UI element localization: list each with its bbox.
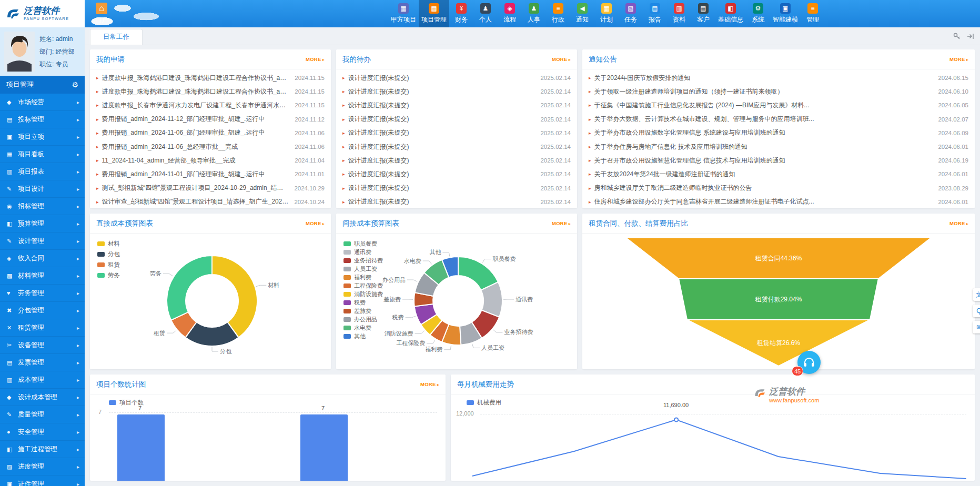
sidebar-item-15[interactable]: ▤发票管理▸ <box>0 354 85 371</box>
top-nav-item-client-project[interactable]: ▦甲方项目 <box>388 0 419 27</box>
request-row[interactable]: ▸费用报销_admin_2024-11-01_部门经理审批_胡建_.运行中202… <box>96 167 325 181</box>
top-nav-item-hr[interactable]: ♟人事 <box>522 0 546 27</box>
legend-item[interactable]: 劳务 <box>97 271 120 279</box>
qq-icon[interactable]: Q <box>973 305 980 317</box>
tab-daily-work[interactable]: 日常工作 <box>90 29 143 45</box>
more-link[interactable]: MORE <box>306 56 325 62</box>
notice-row[interactable]: ▸关于召开市政公用设施智慧化管理信息 信息技术与应用培训班的通知2024.06.… <box>589 154 968 167</box>
more-link[interactable]: MORE <box>306 220 325 226</box>
legend-item[interactable]: 业务招待费 <box>343 257 383 265</box>
todo-row[interactable]: ▸设计进度汇报(未提交)2025.02.14 <box>342 167 571 181</box>
gear-icon[interactable]: ⚙ <box>72 80 78 89</box>
sidebar-item-0[interactable]: ◆市场经营▸ <box>0 94 85 111</box>
sidebar-item-14[interactable]: ✂设备管理▸ <box>0 337 85 354</box>
legend-item[interactable]: 材料 <box>97 240 120 248</box>
legend-item[interactable]: 税费 <box>343 299 383 307</box>
todo-row[interactable]: ▸设计进度汇报(未提交)2025.02.14 <box>342 98 571 112</box>
data-point[interactable] <box>674 418 678 422</box>
sidebar-item-10[interactable]: ▩材料管理▸ <box>0 267 85 285</box>
notice-row[interactable]: ▸关于举办大数据、云计算技术在城市建设、规划、管理与服务中的应用培训班...20… <box>589 113 968 126</box>
top-nav-item-system[interactable]: ⚙系统 <box>746 0 770 27</box>
notice-row[interactable]: ▸房和城乡建设厅关于取消二级建造师临时执业证书的公告2023.08.29 <box>589 181 968 195</box>
more-link[interactable]: MORE <box>552 56 571 62</box>
legend-item[interactable]: 其他 <box>343 332 383 340</box>
todo-row[interactable]: ▸设计进度汇报(未提交)2025.02.14 <box>342 195 571 208</box>
todo-row[interactable]: ▸设计进度汇报(未提交)2025.02.14 <box>342 71 571 85</box>
trend-line[interactable] <box>472 420 966 479</box>
sidebar-item-19[interactable]: ●安全管理▸ <box>0 423 85 441</box>
translate-icon[interactable]: 文 <box>973 288 980 301</box>
sidebar-item-11[interactable]: ♥劳务管理▸ <box>0 285 85 302</box>
notice-row[interactable]: ▸关于领取一级注册建造师培训项目的通知（须持一建证书前来领取）2024.06.1… <box>589 85 968 98</box>
request-row[interactable]: ▸设计审查_彭祖新城“四馆”景观工程设计项目_请选择_胡广生_2024-10-2… <box>96 195 325 208</box>
legend-item[interactable]: 消防设施费 <box>343 290 383 298</box>
top-nav-item-flow[interactable]: ◈流程 <box>498 0 522 27</box>
app-logo[interactable]: 泛普软件 FANPU SOFTWARE <box>0 0 85 27</box>
notice-row[interactable]: ▸住房和城乡建设部办公厅关于同意吉林省开展二级建造师注册证书电子化试点...20… <box>589 195 968 208</box>
sidebar-item-7[interactable]: ◧预算管理▸ <box>0 215 85 232</box>
sidebar-item-21[interactable]: ▨进度管理▸ <box>0 458 85 475</box>
donut-segment[interactable] <box>212 256 257 338</box>
legend-item[interactable]: 人员工资 <box>343 265 383 273</box>
notice-row[interactable]: ▸关于2024年国庆节放假安排的通知2024.06.15 <box>589 71 968 85</box>
more-link[interactable]: MORE <box>552 220 571 226</box>
request-row[interactable]: ▸进度款申报_珠海鹤港口建设_珠海鹤港口建设工程合作协议书_admin_...2… <box>96 71 325 85</box>
legend-item[interactable]: 分包 <box>97 250 120 258</box>
todo-row[interactable]: ▸设计进度汇报(未提交)2025.02.14 <box>342 181 571 195</box>
request-row[interactable]: ▸费用报销_admin_2024-11-06_总经理审批__完成2024.11.… <box>96 140 325 154</box>
todo-row[interactable]: ▸设计进度汇报(未提交)2025.02.14 <box>342 154 571 167</box>
expand-icon[interactable] <box>966 32 975 40</box>
sidebar-item-20[interactable]: ◧施工过程管理▸ <box>0 441 85 458</box>
request-row[interactable]: ▸费用报销_admin_2024-11-12_部门经理审批_胡建_.运行中202… <box>96 113 325 126</box>
top-nav-item-base-info[interactable]: ◧基础信息 <box>715 0 746 27</box>
legend-item[interactable]: 职员餐费 <box>343 240 383 248</box>
todo-row[interactable]: ▸设计进度汇报(未提交)2025.02.14 <box>342 113 571 126</box>
top-nav-item-admin[interactable]: ≡行政 <box>546 0 570 27</box>
legend-item[interactable]: 通讯费 <box>343 248 383 256</box>
top-nav-item-plan[interactable]: ▦计划 <box>594 0 619 27</box>
sidebar-item-16[interactable]: ▥成本管理▸ <box>0 371 85 389</box>
top-nav-item-manage[interactable]: ≡管理 <box>801 0 825 27</box>
top-nav-item-personal[interactable]: ♟个人 <box>473 0 498 27</box>
top-nav-item-docs[interactable]: ▥资料 <box>667 0 691 27</box>
top-nav-item-portal[interactable]: ⌂门户 <box>85 0 118 27</box>
bar[interactable] <box>117 414 165 481</box>
sidebar-item-9[interactable]: ◈收入合同▸ <box>0 250 85 267</box>
more-link[interactable]: MORE <box>949 220 968 226</box>
top-nav-item-report[interactable]: ▤报告 <box>643 0 667 27</box>
sidebar-item-22[interactable]: ▣证件管理▸ <box>0 475 85 486</box>
sidebar-item-17[interactable]: ◆设计成本管理▸ <box>0 389 85 406</box>
top-nav-item-notice[interactable]: ◀通知 <box>570 0 594 27</box>
sidebar-item-4[interactable]: ▥项目报表▸ <box>0 163 85 180</box>
sidebar-item-12[interactable]: ✖分包管理▸ <box>0 302 85 319</box>
todo-row[interactable]: ▸设计进度汇报(未提交)2025.02.14 <box>342 140 571 154</box>
todo-row[interactable]: ▸设计进度汇报(未提交)2025.02.14 <box>342 126 571 140</box>
legend-item[interactable]: 福利费 <box>343 274 383 281</box>
more-link[interactable]: MORE <box>420 381 439 387</box>
sidebar-item-2[interactable]: ▣项目立项▸ <box>0 128 85 146</box>
project-count-legend-marker[interactable] <box>109 400 116 405</box>
request-row[interactable]: ▸11_2024-11-04_admin_经营部_领导审批__完成2024.11… <box>96 154 325 167</box>
top-nav-item-finance[interactable]: ¥财务 <box>449 0 473 27</box>
bar[interactable] <box>300 414 348 481</box>
donut-segment[interactable] <box>167 256 212 320</box>
notice-row[interactable]: ▸关于举办市政公用设施数字化管理信息 系统建设与应用培训班的通知2024.06.… <box>589 126 968 140</box>
request-row[interactable]: ▸进度款申报_珠海鹤港口建设_珠海鹤港口建设工程合作协议书_admin_...2… <box>96 85 325 98</box>
legend-item[interactable]: 工程保险费 <box>343 282 383 290</box>
sidebar-item-18[interactable]: ✎质量管理▸ <box>0 406 85 423</box>
notice-row[interactable]: ▸于征集《中国建筑施工行业信息化发展报告 (2024) —BIM应用与发展》材料… <box>589 98 968 112</box>
more-link[interactable]: MORE <box>949 56 968 62</box>
wechat-icon[interactable]: ✉ <box>973 321 980 333</box>
top-nav-item-modeling[interactable]: ▣智能建模 <box>770 0 801 27</box>
request-row[interactable]: ▸进度款申报_长春市伊通河水力发电厂设建工程_长春市伊通河水力发电...2024… <box>96 98 325 112</box>
sidebar-item-5[interactable]: ✎项目设计▸ <box>0 180 85 198</box>
notice-row[interactable]: ▸关于举办住房与房地产信息化 技术及应用培训班的通知2024.06.01 <box>589 140 968 154</box>
sidebar-item-6[interactable]: ◉招标管理▸ <box>0 198 85 215</box>
notice-row[interactable]: ▸关于发放2024年第24批一级建造师注册证书的通知2024.06.01 <box>589 167 968 181</box>
key-icon[interactable] <box>953 32 961 40</box>
top-nav-item-project-mgmt[interactable]: ▦项目管理 <box>419 0 449 27</box>
sidebar-item-3[interactable]: ▦项目看板▸ <box>0 146 85 163</box>
legend-item[interactable]: 差旅费 <box>343 307 383 315</box>
legend-item[interactable]: 办公用品 <box>343 316 383 323</box>
top-nav-item-task[interactable]: ▧任务 <box>619 0 643 27</box>
